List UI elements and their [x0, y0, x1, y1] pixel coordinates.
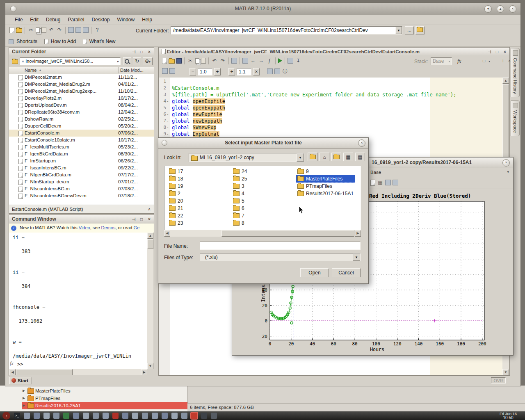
run-icon[interactable] — [278, 58, 282, 63]
menu-parallel[interactable]: Parallel — [64, 15, 88, 24]
decrease-button[interactable]: − — [189, 68, 196, 75]
task-button-4[interactable] — [53, 413, 59, 419]
desktop-icon-button[interactable]: ⌂ — [320, 153, 329, 161]
folder-item[interactable]: 17 — [168, 168, 184, 175]
increase-button[interactable]: + — [214, 68, 221, 75]
refresh-button[interactable]: ↻ — [133, 57, 141, 65]
expand-arrow-icon[interactable]: ▶ — [23, 402, 25, 409]
cancel-button[interactable]: Cancel — [332, 268, 361, 277]
file-row[interactable]: DMPexcel2mat_MediaDrug2.m04/01/2... — [9, 81, 154, 88]
browse-folder-button[interactable]: ... — [405, 26, 414, 34]
folder-item[interactable]: 2 — [168, 190, 184, 197]
start-button[interactable]: Start — [9, 377, 32, 384]
task-button-13[interactable] — [152, 413, 158, 419]
file-row[interactable]: F_IexpMultiTseries.m05/23/2... — [9, 144, 154, 151]
combo-dropdown-icon[interactable]: ▼ — [353, 253, 360, 261]
file-row[interactable]: EstartConsole.m07/06/2... — [9, 130, 154, 137]
menu-edit[interactable]: Edit — [26, 15, 42, 24]
scroll-left-icon[interactable]: ◀ — [164, 230, 170, 237]
simulink-icon[interactable] — [68, 27, 74, 33]
close-icon[interactable]: × — [146, 49, 153, 55]
breadcrumb-collapse[interactable]: « — [22, 59, 24, 64]
breadcrumb-expand-icon[interactable]: ▸ — [117, 58, 119, 65]
profiler-icon[interactable] — [83, 27, 89, 33]
scrollbar-thumb[interactable] — [221, 230, 354, 237]
evaluate-cell-icon[interactable] — [169, 68, 175, 74]
publish-icon[interactable] — [267, 68, 273, 74]
restore-icon[interactable]: □ — [138, 49, 145, 55]
close-icon[interactable]: × — [146, 216, 153, 223]
cell-highlight-icon[interactable] — [274, 68, 280, 74]
shortcut-whats-new[interactable]: What's New — [89, 39, 116, 44]
task-button-3[interactable] — [43, 413, 50, 419]
folder-item[interactable]: 18 — [168, 175, 184, 183]
task-button-15[interactable] — [171, 413, 178, 419]
task-button-10[interactable] — [122, 413, 128, 419]
fx-button[interactable]: fx — [457, 58, 461, 64]
folder-item[interactable]: 8 — [232, 219, 248, 227]
command-window-title[interactable]: Command Window ⊣ □ × — [9, 215, 154, 224]
task-button-9[interactable] — [103, 413, 109, 419]
folder-item[interactable]: 6 — [232, 205, 248, 212]
scroll-left-icon[interactable]: ◀ — [9, 369, 16, 375]
task-button-16[interactable] — [181, 413, 187, 419]
address-breadcrumb[interactable]: « InovImager_jwrCF_WINLinx150... ▸ — [20, 57, 121, 65]
scroll-up-icon[interactable]: ▲ — [147, 233, 153, 239]
folder-item[interactable]: 20 — [168, 197, 184, 205]
undo-icon[interactable]: ↶ — [48, 27, 55, 33]
scroll-down-icon[interactable]: ▼ — [147, 363, 153, 369]
folder-item[interactable]: 22 — [168, 212, 184, 219]
file-row[interactable]: F_IgenBkGrdData.m08/30/2... — [9, 151, 154, 158]
file-row[interactable]: F_NImStartup_dev.m07/01/2... — [9, 178, 154, 185]
back-folder-icon[interactable] — [12, 59, 18, 64]
page-icon[interactable] — [370, 180, 375, 186]
task-button-1[interactable] — [24, 413, 30, 419]
cut-icon[interactable]: ✂ — [187, 57, 194, 64]
file-row[interactable]: DpertsUploadDev.m08/04/2... — [9, 102, 154, 109]
network-indicator-icon[interactable] — [211, 413, 217, 419]
current-folder-combobox[interactable]: /media/data/EASY/InovImager_jwrCF_WINLin… — [171, 26, 402, 34]
workspace-selector[interactable]: Base — [370, 170, 381, 175]
dialog-horizontal-scrollbar[interactable]: ◀ ▶ — [164, 230, 361, 237]
file-detail-bar[interactable]: EstartConsole.m (MATLAB Script) ∧ — [9, 205, 154, 213]
new-file-icon[interactable] — [9, 27, 14, 33]
folder-item[interactable]: Results2017-06-15A1 — [296, 190, 355, 197]
task-button-12[interactable] — [142, 413, 148, 419]
close-icon[interactable]: × — [502, 49, 508, 55]
undo-icon[interactable]: ↶ — [211, 57, 218, 64]
folder-item[interactable]: 4 — [232, 190, 248, 197]
scrollbar-thumb[interactable] — [147, 239, 153, 249]
up-one-level-icon-button[interactable] — [308, 153, 317, 161]
open-button[interactable]: Open — [300, 268, 329, 277]
look-in-combobox[interactable]: MI 16_0919_yor1-2 copy ▼ — [189, 153, 304, 162]
column-date[interactable]: Date Mod... — [118, 67, 144, 73]
folder-item[interactable]: 5 — [232, 197, 248, 205]
minimize-icon[interactable]: ▾ — [484, 5, 492, 13]
file-row[interactable]: DMPexcel2mat_MediaDrug2exp...11/10/2... — [9, 88, 154, 95]
save-icon[interactable] — [176, 58, 182, 64]
actions-button[interactable]: ⊛▾ — [143, 57, 153, 65]
scroll-up-icon[interactable]: ▲ — [502, 78, 509, 84]
current-folder-panel-title[interactable]: Current Folder ⊣ □ × — [9, 48, 154, 57]
column-name[interactable]: Name — [25, 67, 37, 73]
split-view-icon[interactable]: □ — [481, 58, 487, 64]
dock-icon[interactable]: ⊣ — [498, 58, 505, 64]
tab-workspace[interactable]: Workspace — [511, 100, 520, 136]
task-button-14[interactable] — [162, 413, 168, 419]
folder-item[interactable]: PTmapFiles — [296, 183, 355, 190]
stack-combobox[interactable]: Base ▼ — [431, 57, 452, 65]
paste-icon[interactable] — [201, 58, 206, 64]
scroll-down-icon[interactable]: ▼ — [502, 369, 509, 375]
cell-value-left[interactable]: 1.0 — [198, 68, 212, 75]
cut-icon[interactable]: ✂ — [27, 27, 34, 33]
moon-indicator-icon[interactable] — [201, 413, 207, 419]
menu-window[interactable]: Window — [113, 15, 138, 24]
new-file-icon[interactable] — [162, 58, 167, 64]
file-row[interactable]: DMPexcel2mat.m11/11/2... — [9, 74, 154, 81]
tree-item[interactable]: ▶Results2016-10-25A1 — [0, 402, 187, 409]
tree-item[interactable]: ▶PTmapFiles — [0, 395, 187, 402]
combo-dropdown-icon[interactable]: ▼ — [395, 27, 402, 34]
restore-icon[interactable]: □ — [138, 216, 145, 223]
scroll-right-icon[interactable]: ▶ — [141, 369, 147, 375]
collapse-icon[interactable]: ∧ — [146, 206, 153, 212]
